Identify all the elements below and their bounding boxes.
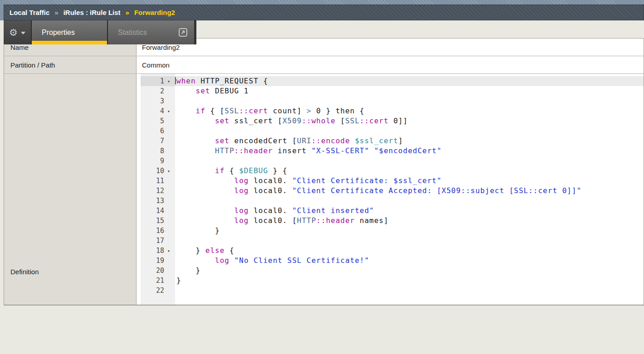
irule-code-editor[interactable]: 1▾234▾5678910▾1112131415161718▾19202122 … <box>137 74 644 305</box>
code-line[interactable]: if { [SSL::cert count] > 0 } then { <box>175 106 644 116</box>
code-line[interactable] <box>175 196 644 206</box>
gutter-line: 16 <box>141 226 175 236</box>
code-token <box>229 256 234 265</box>
code-line[interactable]: log local0. "Client Certificate Accepted… <box>175 186 644 196</box>
code-line[interactable]: set ssl_cert [X509::whole [SSL::cert 0]] <box>175 116 644 126</box>
line-number: 21 <box>141 276 164 285</box>
line-number: 5 <box>141 117 164 125</box>
code-token: if <box>196 107 205 115</box>
code-token: count] <box>268 107 307 115</box>
gutter-line: 9 <box>141 156 175 166</box>
breadcrumb-section: Local Traffic <box>10 9 49 16</box>
line-number: 14 <box>141 207 164 215</box>
gutter-line: 8 <box>141 146 175 156</box>
line-number: 12 <box>141 187 164 195</box>
gear-icon: ⚙ <box>9 28 18 37</box>
code-token <box>176 116 215 125</box>
launch-icon <box>178 28 188 37</box>
code-token: log <box>215 256 229 265</box>
code-token: local0. [ <box>249 216 297 225</box>
line-number: 16 <box>141 227 164 235</box>
code-line[interactable]: set DEBUG 1 <box>175 86 644 96</box>
code-token: > <box>307 107 312 115</box>
fold-toggle-icon[interactable]: ▾ <box>164 109 173 114</box>
code-token: ::header <box>316 216 355 225</box>
gutter-line: 18▾ <box>141 246 175 256</box>
code-token <box>176 107 196 115</box>
code-line[interactable]: log "No Client SSL Certificate!" <box>175 256 644 266</box>
code-token: ::encode <box>312 136 350 145</box>
code-token: insert <box>273 146 312 155</box>
code-token <box>176 87 196 95</box>
properties-table: Name Forwarding2 Partition / Path Common… <box>4 38 644 306</box>
code-token: encodedCert [ <box>229 136 297 145</box>
line-number: 22 <box>141 286 164 295</box>
code-line[interactable]: log local0. "Client inserted" <box>175 206 644 216</box>
code-line[interactable]: log local0. [HTTP::header names] <box>175 216 644 226</box>
fold-toggle-icon[interactable]: ▾ <box>164 248 173 253</box>
gutter-line: 14 <box>141 206 175 216</box>
code-line[interactable] <box>175 286 644 296</box>
code-area[interactable]: when HTTP_REQUEST { set DEBUG 1 if { [SS… <box>175 74 644 305</box>
gutter-line: 2 <box>141 86 175 96</box>
code-line[interactable]: HTTP::header insert "X-SSL-CERT" "$encod… <box>175 146 644 156</box>
code-token <box>350 136 355 145</box>
code-token: "No Client SSL Certificate!" <box>234 256 370 265</box>
code-token: "Client Certificate Accepted: [X509::sub… <box>292 186 581 195</box>
gutter-line: 22 <box>141 286 175 296</box>
gutter-line: 7 <box>141 136 175 146</box>
fold-toggle-icon[interactable]: ▾ <box>164 169 173 174</box>
line-number: 6 <box>141 127 164 135</box>
code-token: ::cert <box>239 107 268 115</box>
breadcrumb-page-link[interactable]: iRules : iRule List <box>63 9 121 16</box>
code-token: ::whole <box>302 116 335 125</box>
tab-bar: ⚙ Properties Statistics <box>4 20 196 44</box>
gear-menu-button[interactable]: ⚙ <box>4 20 32 44</box>
definition-cell: 1▾234▾5678910▾1112131415161718▾19202122 … <box>137 74 644 305</box>
code-token: SSL <box>224 107 239 115</box>
line-number: 13 <box>141 197 164 205</box>
line-number: 4 <box>141 107 164 115</box>
code-line[interactable]: } <box>175 276 644 286</box>
gutter-line: 6 <box>141 126 175 136</box>
code-token <box>176 256 215 265</box>
gutter-line: 10▾ <box>141 166 175 176</box>
code-line[interactable]: log local0. "Client Certificate: $ssl_ce… <box>175 176 644 186</box>
code-token: local0. <box>249 186 293 195</box>
code-line[interactable] <box>175 96 644 106</box>
code-line[interactable]: if { $DEBUG } { <box>175 166 644 176</box>
code-token: } <box>176 266 200 275</box>
line-number-gutter: 1▾234▾5678910▾1112131415161718▾19202122 <box>141 74 175 305</box>
breadcrumb-separator-icon: » <box>126 9 129 16</box>
code-line[interactable] <box>175 236 644 246</box>
gutter-line: 21 <box>141 276 175 286</box>
gutter-line: 3 <box>141 96 175 106</box>
code-line[interactable]: } <box>175 266 644 276</box>
code-token: ssl_cert [ <box>229 116 283 125</box>
code-token: $ssl_cert <box>355 136 398 145</box>
code-token: 0]] <box>389 116 408 125</box>
gutter-line: 20 <box>141 266 175 276</box>
breadcrumb-current: Forwarding2 <box>134 9 175 16</box>
breadcrumb: Local Traffic » iRules : iRule List » Fo… <box>4 5 644 20</box>
code-token: ::cert <box>360 116 389 125</box>
code-token: when <box>176 77 196 85</box>
tab-properties[interactable]: Properties <box>32 20 108 44</box>
line-number: 20 <box>141 267 164 275</box>
fold-toggle-icon[interactable]: ▾ <box>164 79 173 84</box>
code-token: URI <box>297 136 312 145</box>
code-line[interactable] <box>175 126 644 136</box>
code-token: SSL <box>345 116 360 125</box>
code-line[interactable]: when HTTP_REQUEST { <box>175 76 644 86</box>
code-line[interactable]: set encodedCert [URI::encode $ssl_cert] <box>175 136 644 146</box>
code-line[interactable] <box>175 156 644 166</box>
gutter-line: 17 <box>141 236 175 246</box>
code-token: HTTP_REQUEST { <box>196 77 268 85</box>
tab-statistics[interactable]: Statistics <box>108 20 194 44</box>
gutter-line: 1▾ <box>141 76 175 86</box>
code-token: log <box>234 176 249 185</box>
table-row-partition-path: Partition / Path Common <box>4 56 644 74</box>
code-line[interactable]: } <box>175 226 644 236</box>
code-line[interactable]: } else { <box>175 246 644 256</box>
line-number: 17 <box>141 237 164 245</box>
